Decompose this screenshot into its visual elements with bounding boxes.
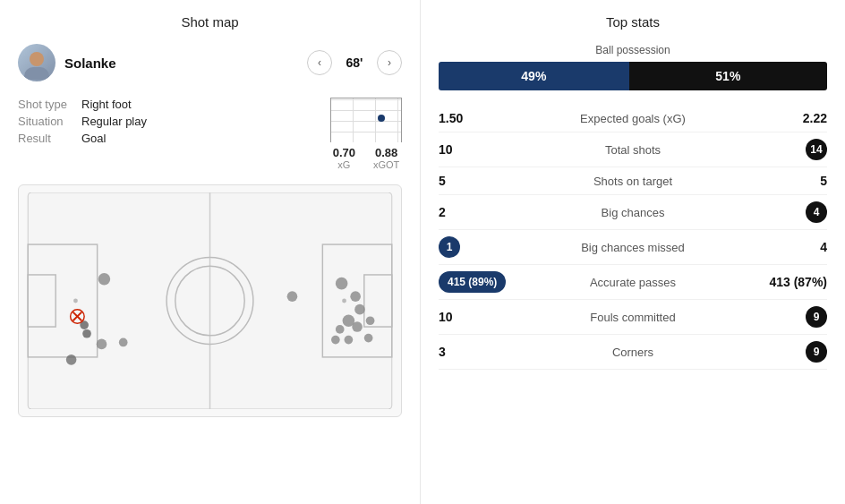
player-name: Solanke <box>64 56 298 71</box>
stat-name: Expected goals (xG) <box>528 112 738 125</box>
stat-row: 10Total shots14 <box>439 132 827 167</box>
prev-button[interactable]: ‹ <box>307 50 332 75</box>
possession-bar: 49% 51% <box>439 62 827 90</box>
stat-row: 2Big chances4 <box>439 195 827 230</box>
svg-point-27 <box>364 334 373 343</box>
svg-point-7 <box>342 299 346 303</box>
avatar <box>18 44 55 81</box>
possession-right: 51% <box>629 62 827 90</box>
dark-badge-circle: 14 <box>806 139 827 160</box>
stat-name: Big chances missed <box>528 241 738 254</box>
blue-pill-badge: 415 (89%) <box>439 271 506 293</box>
stat-name: Shots on target <box>528 175 738 188</box>
stat-right-val: 9 <box>738 341 827 363</box>
xgot-label: xGOT <box>373 159 399 170</box>
goal-diagram: 0.70 xG 0.88 xGOT <box>330 98 402 170</box>
situation-val: Regular play <box>81 115 147 128</box>
situation-row: Situation Regular play <box>18 115 312 128</box>
stat-name: Corners <box>528 346 738 359</box>
svg-point-4 <box>73 299 78 303</box>
svg-point-11 <box>82 329 91 338</box>
stat-row: 1Big chances missed4 <box>439 230 827 265</box>
stat-left-val: 3 <box>439 345 528 359</box>
shot-type-row: Shot type Right foot <box>18 98 312 111</box>
stat-row: 415 (89%)Accurate passes413 (87%) <box>439 265 827 300</box>
stat-name: Big chances <box>528 206 738 219</box>
situation-key: Situation <box>18 115 76 128</box>
next-button[interactable]: › <box>377 50 402 75</box>
shot-type-val: Right foot <box>81 98 132 111</box>
stat-left-val: 2 <box>439 205 528 219</box>
stat-left-val: 1 <box>439 236 528 258</box>
left-panel: Shot map Solanke ‹ 68' › Shot type Right… <box>0 0 421 504</box>
xg-label: xG <box>333 159 355 170</box>
svg-point-20 <box>354 304 365 315</box>
dark-badge-circle: 9 <box>806 306 827 328</box>
svg-point-24 <box>366 316 375 325</box>
result-key: Result <box>18 132 76 145</box>
possession-label: Ball possession <box>439 44 827 56</box>
shot-labels: Shot type Right foot Situation Regular p… <box>18 98 312 149</box>
svg-point-22 <box>336 325 345 334</box>
svg-point-25 <box>331 336 340 345</box>
right-panel: Top stats Ball possession 49% 51% 1.50Ex… <box>421 0 845 504</box>
svg-point-9 <box>98 273 111 286</box>
stat-right-val: 4 <box>738 240 827 254</box>
stat-left-val: 10 <box>439 142 528 157</box>
stat-left-val: 10 <box>439 310 528 324</box>
stat-right-val: 14 <box>738 139 827 160</box>
goal-dot <box>378 115 385 122</box>
result-row: Result Goal <box>18 132 312 145</box>
stats-container: 1.50Expected goals (xG)2.2210Total shots… <box>439 105 827 370</box>
stat-right-val: 4 <box>738 201 827 223</box>
xg-value: 0.70 <box>333 146 355 159</box>
stat-name: Fouls committed <box>528 311 738 324</box>
dark-badge-circle: 9 <box>806 341 827 363</box>
stat-right-val: 5 <box>738 174 827 188</box>
goal-net <box>330 98 402 142</box>
stat-row: 10Fouls committed9 <box>439 300 827 335</box>
stat-right-val: 413 (87%) <box>738 275 827 289</box>
svg-point-28 <box>66 355 77 365</box>
result-val: Goal <box>81 132 106 145</box>
stat-right-val: 9 <box>738 306 827 328</box>
shot-map-title: Shot map <box>18 14 402 30</box>
svg-point-13 <box>119 338 128 347</box>
shot-info: Shot type Right foot Situation Regular p… <box>18 98 402 170</box>
xgot-value: 0.88 <box>373 146 399 159</box>
stat-left-val: 415 (89%) <box>439 271 528 293</box>
stat-name: Accurate passes <box>528 276 738 289</box>
minute-label: 68' <box>341 56 368 70</box>
player-nav: Solanke ‹ 68' › <box>18 44 402 81</box>
stat-left-val: 5 <box>439 174 528 188</box>
pitch-container <box>18 184 402 417</box>
stat-row: 3Corners9 <box>439 335 827 370</box>
goal-stats: 0.70 xG 0.88 xGOT <box>333 146 400 170</box>
shot-type-key: Shot type <box>18 98 76 111</box>
stat-row: 5Shots on target5 <box>439 167 827 195</box>
svg-point-26 <box>345 336 354 345</box>
svg-point-18 <box>336 278 348 290</box>
svg-point-12 <box>97 339 107 350</box>
stat-right-val: 2.22 <box>738 111 827 125</box>
xg-stat: 0.70 xG <box>333 146 355 170</box>
dark-badge-circle: 4 <box>806 201 827 223</box>
xgot-stat: 0.88 xGOT <box>373 146 399 170</box>
stat-left-val: 1.50 <box>439 111 528 125</box>
svg-point-19 <box>350 291 361 302</box>
stat-row: 1.50Expected goals (xG)2.22 <box>439 105 827 132</box>
top-stats-title: Top stats <box>439 14 827 30</box>
svg-point-17 <box>287 291 298 302</box>
stat-name: Total shots <box>528 143 738 157</box>
possession-left: 49% <box>439 62 629 90</box>
blue-badge-circle: 1 <box>439 236 460 258</box>
pitch-svg <box>26 192 394 409</box>
svg-point-23 <box>352 321 363 332</box>
